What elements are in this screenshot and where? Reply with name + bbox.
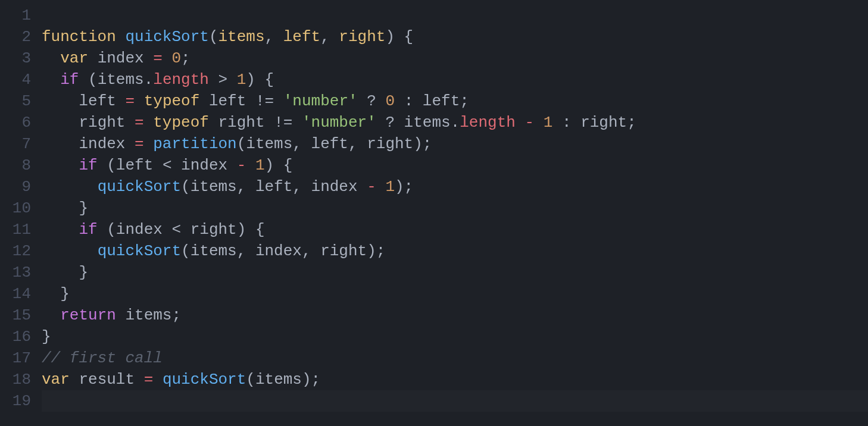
code-token: 1 — [385, 178, 395, 196]
code-token — [70, 371, 79, 389]
code-line[interactable]: if (index < right) { — [42, 219, 868, 240]
code-token: 'number' — [302, 114, 376, 131]
code-token: quickSort — [125, 28, 208, 46]
code-line[interactable]: var index = 0; — [42, 48, 868, 69]
line-number: 19 — [6, 390, 31, 412]
code-token — [534, 114, 544, 131]
code-token: items — [218, 28, 264, 46]
code-token: = — [135, 114, 144, 131]
code-line[interactable]: left = typeof left != 'number' ? 0 : lef… — [42, 90, 868, 112]
code-token: index — [255, 242, 302, 260]
code-token: length — [460, 114, 516, 131]
code-token — [292, 114, 302, 131]
code-token: if — [60, 71, 79, 89]
code-token: // first call — [42, 349, 163, 367]
code-token: index — [181, 156, 227, 174]
code-token: left — [116, 156, 153, 174]
code-token — [413, 92, 423, 110]
code-token: items — [125, 306, 171, 324]
code-line[interactable]: right = typeof right != 'number' ? items… — [42, 112, 868, 133]
code-line[interactable]: quickSort(items, index, right); — [42, 240, 868, 262]
line-number: 13 — [6, 262, 31, 283]
code-line[interactable]: function quickSort(items, left, right) { — [42, 26, 868, 48]
code-token: != — [274, 114, 292, 131]
code-editor-area[interactable]: function quickSort(items, left, right) {… — [42, 0, 868, 426]
code-token: right — [320, 242, 367, 260]
code-token: return — [60, 306, 116, 324]
code-token: 0 — [385, 92, 395, 110]
line-number: 2 — [6, 26, 31, 48]
code-token — [88, 49, 98, 67]
line-number: 4 — [6, 69, 31, 90]
code-token: left — [311, 135, 348, 153]
code-line[interactable]: } — [42, 326, 868, 347]
code-token: 1 — [237, 71, 246, 89]
code-token — [572, 114, 581, 131]
code-token: ); — [395, 178, 413, 196]
code-token: , — [348, 135, 367, 153]
code-token: index — [311, 178, 358, 196]
code-token: 0 — [171, 49, 181, 67]
code-token — [516, 114, 525, 131]
code-token — [395, 114, 404, 131]
code-token: = — [135, 135, 144, 153]
code-line[interactable]: return items; — [42, 305, 868, 326]
code-token — [246, 92, 255, 110]
code-token: ; — [171, 306, 181, 324]
code-token — [227, 156, 237, 174]
code-token: quickSort — [98, 178, 181, 196]
code-token — [163, 49, 172, 67]
code-token: right — [339, 28, 385, 46]
code-token — [246, 156, 255, 174]
code-line[interactable]: if (left < index - 1) { — [42, 155, 868, 176]
code-token — [116, 92, 126, 110]
code-token: - — [367, 178, 376, 196]
code-token: 1 — [255, 156, 265, 174]
code-token — [116, 28, 126, 46]
code-line[interactable] — [42, 5, 868, 26]
line-number: 15 — [6, 305, 31, 326]
code-line[interactable]: quickSort(items, left, index - 1); — [42, 176, 868, 198]
code-token: > — [218, 71, 228, 89]
code-token: result — [79, 371, 135, 389]
code-line[interactable]: if (items.length > 1) { — [42, 69, 868, 90]
code-token: left — [79, 92, 115, 110]
code-token — [116, 306, 126, 324]
code-token: partition — [153, 135, 236, 153]
code-token: ( — [209, 28, 218, 46]
code-token: ; — [181, 49, 191, 67]
code-token: ( — [237, 135, 246, 153]
code-token — [172, 156, 182, 174]
code-token: ) { — [385, 28, 413, 46]
code-line[interactable] — [42, 390, 868, 412]
code-line[interactable]: index = partition(items, left, right); — [42, 133, 868, 155]
code-token: , — [237, 242, 255, 260]
code-line[interactable]: // first call — [42, 347, 868, 369]
code-token — [274, 92, 283, 110]
code-token: quickSort — [163, 371, 246, 389]
line-number: 17 — [6, 347, 31, 369]
code-token — [376, 178, 386, 196]
code-line[interactable]: } — [42, 262, 868, 283]
code-line[interactable]: } — [42, 198, 868, 219]
code-token — [376, 92, 386, 110]
code-token: ? — [385, 114, 395, 131]
code-token: items — [98, 71, 144, 89]
code-token: , — [292, 135, 311, 153]
code-token — [395, 92, 404, 110]
code-token: length — [153, 71, 209, 89]
code-token: ( — [98, 221, 116, 239]
code-token: quickSort — [98, 242, 181, 260]
code-token: var — [60, 49, 88, 67]
code-token: items — [246, 135, 292, 153]
code-token — [144, 49, 154, 67]
code-token — [209, 71, 218, 89]
code-line[interactable]: } — [42, 283, 868, 305]
code-token: , — [292, 178, 311, 196]
code-token: items — [191, 178, 237, 196]
code-token: . — [144, 71, 154, 89]
code-token — [181, 221, 191, 239]
code-line[interactable]: var result = quickSort(items); — [42, 369, 868, 390]
code-token: ); — [302, 371, 320, 389]
line-number: 12 — [6, 240, 31, 262]
